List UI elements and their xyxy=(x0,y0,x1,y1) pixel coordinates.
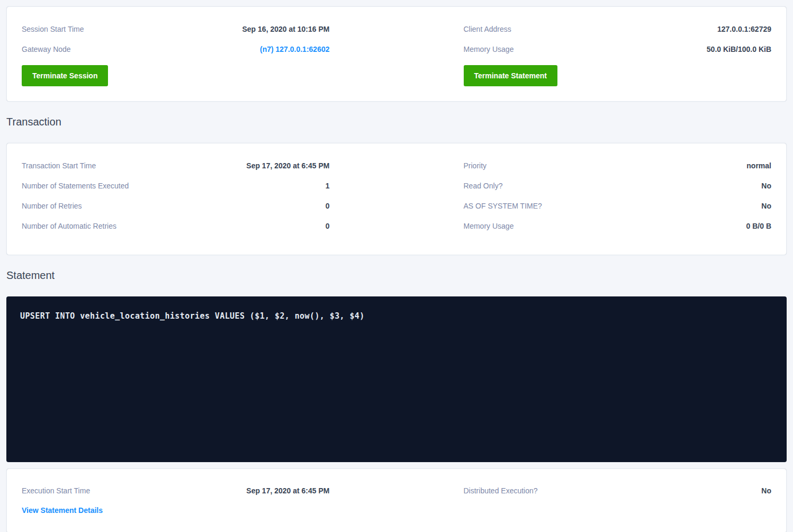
priority-label: Priority xyxy=(464,161,487,170)
statements-executed-row: Number of Statements Executed 1 xyxy=(22,182,330,191)
session-summary-card: Session Start Time Sep 16, 2020 at 10:16… xyxy=(6,6,787,102)
read-only-row: Read Only? No xyxy=(464,182,772,191)
transaction-grid: Transaction Start Time Sep 17, 2020 at 6… xyxy=(22,161,771,231)
execution-start-time-label: Execution Start Time xyxy=(22,486,90,495)
session-start-time-row: Session Start Time Sep 16, 2020 at 10:16… xyxy=(22,25,330,34)
distributed-execution-row: Distributed Execution? No xyxy=(464,486,772,495)
transaction-start-time-row: Transaction Start Time Sep 17, 2020 at 6… xyxy=(22,161,330,170)
session-summary-grid: Session Start Time Sep 16, 2020 at 10:16… xyxy=(22,25,771,86)
as-of-system-time-label: AS OF SYSTEM TIME? xyxy=(464,202,542,211)
session-start-time-value: Sep 16, 2020 at 10:16 PM xyxy=(242,25,330,34)
session-memory-usage-value: 50.0 KiB/100.0 KiB xyxy=(707,45,771,54)
distributed-execution-label: Distributed Execution? xyxy=(464,486,538,495)
priority-row: Priority normal xyxy=(464,161,772,170)
retries-value: 0 xyxy=(326,202,330,211)
statement-section-title: Statement xyxy=(6,268,787,283)
sql-statement-text: UPSERT INTO vehicle_location_histories V… xyxy=(20,311,365,321)
transaction-start-time-label: Transaction Start Time xyxy=(22,161,96,170)
client-address-row: Client Address 127.0.0.1:62729 xyxy=(464,25,772,34)
distributed-execution-value: No xyxy=(761,486,771,495)
transaction-right-column: Priority normal Read Only? No AS OF SYST… xyxy=(464,161,772,231)
execution-right-column: Distributed Execution? No xyxy=(464,486,772,515)
gateway-node-row: Gateway Node (n7) 127.0.0.1:62602 xyxy=(22,45,330,54)
as-of-system-time-row: AS OF SYSTEM TIME? No xyxy=(464,202,772,211)
transaction-left-column: Transaction Start Time Sep 17, 2020 at 6… xyxy=(22,161,330,231)
client-address-value: 127.0.0.1:62729 xyxy=(717,25,771,34)
transaction-memory-usage-label: Memory Usage xyxy=(464,222,514,231)
statement-execution-card: Execution Start Time Sep 17, 2020 at 6:4… xyxy=(6,468,787,532)
execution-left-column: Execution Start Time Sep 17, 2020 at 6:4… xyxy=(22,486,330,515)
sql-statement-box: UPSERT INTO vehicle_location_histories V… xyxy=(6,296,787,462)
session-start-time-label: Session Start Time xyxy=(22,25,84,34)
read-only-label: Read Only? xyxy=(464,182,503,191)
gateway-node-label: Gateway Node xyxy=(22,45,71,54)
transaction-memory-usage-value: 0 B/0 B xyxy=(746,222,771,231)
priority-value: normal xyxy=(746,161,771,170)
session-summary-right-column: Client Address 127.0.0.1:62729 Memory Us… xyxy=(464,25,772,86)
transaction-card: Transaction Start Time Sep 17, 2020 at 6… xyxy=(6,143,787,255)
statements-executed-label: Number of Statements Executed xyxy=(22,182,129,191)
session-summary-left-column: Session Start Time Sep 16, 2020 at 10:16… xyxy=(22,25,330,86)
statements-executed-value: 1 xyxy=(326,182,330,191)
terminate-statement-button[interactable]: Terminate Statement xyxy=(464,65,557,86)
transaction-memory-usage-row: Memory Usage 0 B/0 B xyxy=(464,222,772,231)
read-only-value: No xyxy=(761,182,771,191)
transaction-section-title: Transaction xyxy=(6,114,787,129)
client-address-label: Client Address xyxy=(464,25,511,34)
automatic-retries-row: Number of Automatic Retries 0 xyxy=(22,222,330,231)
execution-grid: Execution Start Time Sep 17, 2020 at 6:4… xyxy=(22,486,771,515)
retries-label: Number of Retries xyxy=(22,202,82,211)
retries-row: Number of Retries 0 xyxy=(22,202,330,211)
execution-start-time-row: Execution Start Time Sep 17, 2020 at 6:4… xyxy=(22,486,330,495)
view-statement-details-link[interactable]: View Statement Details xyxy=(22,506,103,515)
gateway-node-link[interactable]: (n7) 127.0.0.1:62602 xyxy=(260,45,330,54)
transaction-start-time-value: Sep 17, 2020 at 6:45 PM xyxy=(246,161,329,170)
session-memory-usage-label: Memory Usage xyxy=(464,45,514,54)
terminate-session-button[interactable]: Terminate Session xyxy=(22,65,108,86)
as-of-system-time-value: No xyxy=(761,202,771,211)
execution-start-time-value: Sep 17, 2020 at 6:45 PM xyxy=(246,486,329,495)
session-details-page: Session Start Time Sep 16, 2020 at 10:16… xyxy=(0,0,793,532)
session-memory-usage-row: Memory Usage 50.0 KiB/100.0 KiB xyxy=(464,45,772,54)
automatic-retries-value: 0 xyxy=(326,222,330,231)
automatic-retries-label: Number of Automatic Retries xyxy=(22,222,116,231)
